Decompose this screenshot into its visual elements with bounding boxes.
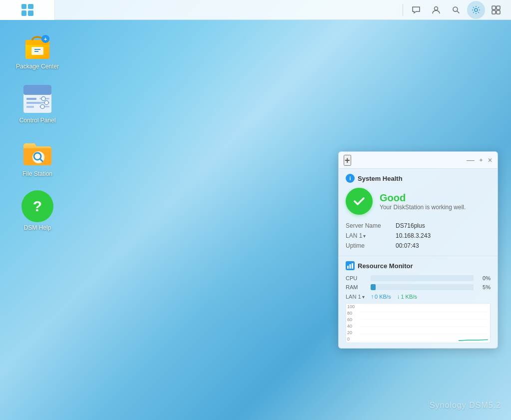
chart-icon	[347, 262, 354, 269]
cpu-bar-container	[371, 275, 474, 281]
lan-speeds: ↑ 0 KB/s ↓ 1 KB/s	[371, 293, 417, 300]
logo-sq2	[28, 4, 33, 9]
svg-rect-20	[26, 106, 34, 108]
lan-speed-label: LAN 1	[346, 294, 371, 300]
system-health-icon: i	[346, 174, 355, 183]
widget-topbar: + — ✦ ✕	[339, 152, 498, 169]
y-label-80: 80	[347, 311, 355, 316]
ram-bar-fill	[371, 284, 376, 290]
svg-rect-17	[23, 85, 51, 95]
resource-monitor-icon	[346, 261, 355, 270]
resource-monitor-header: Resource Monitor	[346, 261, 491, 270]
cpu-label: CPU	[346, 275, 371, 281]
logo-sq1	[21, 4, 27, 9]
svg-point-25	[44, 100, 48, 104]
arrow-up-icon: ↑	[371, 293, 374, 300]
server-name-row: Server Name DS716plus	[346, 221, 491, 231]
svg-rect-32	[352, 263, 353, 269]
lan-down-value: 1 KB/s	[401, 294, 417, 300]
y-label-0: 0	[347, 337, 355, 342]
chat-icon	[412, 5, 421, 14]
package-center-icon[interactable]: + Package Center	[10, 25, 65, 75]
lan-dropdown[interactable]: LAN 1	[346, 232, 366, 239]
dsm-help-icon[interactable]: ? DSM Help	[10, 186, 65, 236]
widget-panel: + — ✦ ✕ i System Health Good	[338, 151, 498, 349]
widget-minimize-button[interactable]: —	[467, 156, 475, 164]
svg-point-0	[435, 6, 438, 10]
y-label-100: 100	[347, 305, 355, 309]
health-status-row: Good Your DiskStation is working well.	[346, 188, 491, 215]
synology-brand-text: Synology DSM5.2	[430, 401, 501, 410]
svg-rect-4	[492, 6, 496, 9]
lan-value: 10.168.3.243	[396, 232, 431, 239]
svg-rect-30	[347, 266, 349, 269]
ram-bar-container	[371, 284, 474, 290]
search-button[interactable]	[447, 1, 465, 19]
health-text: Good Your DiskStation is working well.	[380, 192, 491, 211]
cpu-value: 0%	[477, 275, 491, 281]
taskbar	[0, 0, 511, 20]
svg-rect-6	[492, 10, 496, 14]
svg-rect-19	[26, 102, 41, 104]
svg-text:+: +	[44, 36, 47, 42]
system-health-header: i System Health	[346, 174, 491, 183]
svg-rect-18	[26, 98, 36, 100]
lan-up-speed: ↑ 0 KB/s	[371, 293, 391, 300]
desktop: + Package Center Control	[0, 0, 511, 420]
logo-sq3	[21, 10, 27, 16]
uptime-label: Uptime	[346, 242, 396, 249]
taskbar-divider	[403, 4, 403, 16]
ram-value: 5%	[477, 284, 491, 290]
user-button[interactable]	[427, 1, 445, 19]
widget-close-button[interactable]: ✕	[488, 157, 493, 163]
lan-speed-dropdown[interactable]: LAN 1	[346, 294, 365, 300]
health-status-icon	[346, 188, 373, 215]
widget-pin-button[interactable]: ✦	[479, 157, 484, 163]
lan-row: LAN 1 10.168.3.243	[346, 231, 491, 241]
chart-content	[360, 305, 488, 342]
svg-point-3	[475, 8, 478, 11]
svg-line-2	[457, 11, 460, 13]
synology-branding: Synology DSM5.2	[430, 401, 501, 410]
logo-sq4	[28, 10, 33, 16]
window-layout-button[interactable]	[487, 1, 505, 19]
health-info-table: Server Name DS716plus LAN 1 10.168.3.243…	[346, 221, 491, 251]
y-label-40: 40	[347, 324, 355, 329]
svg-rect-7	[497, 10, 500, 14]
package-center-icon-img: +	[21, 29, 53, 61]
resource-monitor-section: Resource Monitor CPU 0% RAM 5%	[339, 256, 498, 348]
file-station-icon[interactable]: File Station	[10, 132, 65, 182]
dsm-help-label: DSM Help	[24, 224, 51, 232]
user-icon	[432, 5, 441, 14]
control-panel-icon[interactable]: Control Panel	[10, 79, 65, 129]
widget-add-button[interactable]: +	[344, 155, 351, 166]
layout-icon	[492, 5, 501, 14]
network-chart: 100 80 60 40 20 0	[346, 303, 491, 343]
uptime-row: Uptime 00:07:43	[346, 241, 491, 251]
checkmark-icon	[352, 194, 367, 209]
lan-name-label: LAN 1	[346, 232, 396, 239]
server-name-label: Server Name	[346, 222, 396, 229]
widget-controls: — ✦ ✕	[467, 156, 493, 164]
uptime-value: 00:07:43	[396, 242, 419, 249]
chat-button[interactable]	[407, 1, 425, 19]
lan-down-speed: ↓ 1 KB/s	[397, 293, 417, 300]
taskbar-right	[401, 1, 511, 19]
health-good-text: Good	[380, 192, 491, 204]
chart-yaxis: 100 80 60 40 20 0	[347, 304, 355, 343]
taskbar-left	[0, 0, 55, 19]
chart-svg	[360, 305, 488, 342]
lan-speeds-row: LAN 1 ↑ 0 KB/s ↓ 1 KB/s	[346, 293, 491, 300]
ram-label: RAM	[346, 284, 371, 290]
settings-button[interactable]	[467, 1, 485, 19]
resource-monitor-title: Resource Monitor	[358, 262, 413, 270]
taskbar-logo[interactable]	[0, 0, 55, 20]
desktop-icons: + Package Center Control	[10, 25, 65, 236]
health-description: Your DiskStation is working well.	[380, 204, 491, 211]
control-panel-icon-img	[21, 83, 53, 115]
y-label-60: 60	[347, 318, 355, 322]
svg-rect-5	[497, 6, 500, 9]
dsm-help-icon-img: ?	[21, 190, 53, 222]
svg-point-26	[40, 104, 44, 108]
file-station-label: File Station	[22, 170, 52, 178]
